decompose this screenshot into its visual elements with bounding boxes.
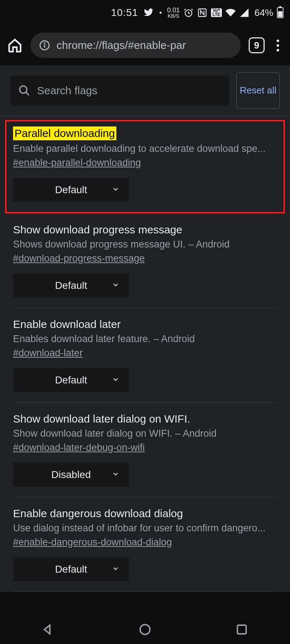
- flag-title: Parallel downloading: [13, 126, 116, 140]
- flag-title: Show download progress message: [13, 224, 277, 236]
- twitter-icon: [144, 8, 154, 18]
- svg-text:x: x: [241, 8, 243, 13]
- tab-switcher-button[interactable]: 9: [249, 37, 265, 53]
- battery-icon: [277, 7, 283, 18]
- alarm-icon: [183, 8, 194, 18]
- overflow-menu-button[interactable]: [273, 40, 283, 51]
- flag-list: Parallel downloadingEnable parallel down…: [0, 120, 290, 592]
- clock: 10:51: [111, 7, 138, 18]
- flag-title: Enable dangerous download dialog: [13, 507, 277, 520]
- volte-icon: VoᴺLTE: [211, 8, 222, 17]
- flag-value-select[interactable]: Default: [13, 368, 129, 392]
- chevron-down-icon: [112, 469, 120, 481]
- flag-title: Show download later dialog on WIFI.: [13, 413, 277, 425]
- flag-description: Enable parallel downloading to accelerat…: [13, 143, 277, 154]
- flag-anchor-link[interactable]: #enable-parallel-downloading: [13, 157, 141, 168]
- search-row: Search flags Reset all: [0, 65, 290, 116]
- nfc-icon: [197, 8, 207, 18]
- svg-line-7: [26, 92, 29, 95]
- flag-title: Enable download later: [13, 318, 277, 331]
- cell-signal-icon: x: [239, 8, 249, 18]
- flag-value-select[interactable]: Default: [13, 274, 129, 298]
- flag-item: Enable dangerous download dialogUse dial…: [13, 497, 277, 592]
- android-status-bar: 10:51 • 0.01 KB/S VoᴺLTE x 64%: [0, 0, 290, 25]
- flag-value-label: Default: [55, 564, 87, 575]
- tab-count: 9: [254, 40, 259, 51]
- flags-page: Search flags Reset all Parallel download…: [0, 65, 290, 592]
- svg-point-8: [140, 625, 150, 635]
- notification-dot-icon: •: [159, 8, 162, 17]
- flag-description: Enables download later feature. – Androi…: [13, 333, 277, 345]
- flag-value-label: Default: [55, 374, 87, 386]
- flag-anchor-link[interactable]: #enable-dangerous-download-dialog: [13, 537, 172, 548]
- browser-toolbar: chrome://flags/#enable-par 9: [0, 25, 290, 65]
- site-info-icon: [39, 40, 50, 51]
- svg-point-6: [20, 86, 27, 93]
- home-button[interactable]: [7, 38, 22, 53]
- android-nav-bar: [0, 615, 290, 644]
- back-button[interactable]: [42, 623, 55, 636]
- svg-point-5: [44, 43, 45, 43]
- flag-item: Show download progress messageShows down…: [13, 213, 277, 308]
- flag-description: Shows download progress message UI. – An…: [13, 239, 277, 250]
- flag-value-select[interactable]: Default: [13, 557, 129, 581]
- flag-value-label: Default: [55, 184, 87, 196]
- flag-item: Enable download laterEnables download la…: [13, 308, 277, 403]
- wifi-icon: [225, 8, 236, 18]
- url-text: chrome://flags/#enable-par: [57, 39, 186, 51]
- chevron-down-icon: [112, 280, 120, 291]
- flag-value-label: Default: [55, 280, 87, 291]
- flag-description: Show download later dialog on WIFI. – An…: [13, 428, 277, 439]
- search-icon: [18, 84, 30, 97]
- chevron-down-icon: [112, 564, 120, 575]
- search-placeholder: Search flags: [37, 84, 98, 97]
- flag-anchor-link[interactable]: #download-later: [13, 348, 83, 358]
- flag-value-select[interactable]: Disabled: [13, 463, 129, 487]
- flag-anchor-link[interactable]: #download-later-debug-on-wifi: [13, 442, 145, 453]
- network-speed: 0.01 KB/S: [167, 7, 180, 18]
- reset-all-button[interactable]: Reset all: [236, 72, 280, 109]
- search-input[interactable]: Search flags: [10, 75, 229, 106]
- svg-rect-9: [237, 625, 246, 634]
- chevron-down-icon: [112, 374, 120, 386]
- chevron-down-icon: [112, 184, 120, 196]
- flag-item: Parallel downloadingEnable parallel down…: [5, 120, 285, 213]
- battery-percent: 64%: [254, 7, 273, 18]
- flag-anchor-link[interactable]: #download-progress-message: [13, 253, 145, 264]
- home-nav-button[interactable]: [138, 623, 152, 636]
- flag-value-label: Disabled: [51, 469, 91, 481]
- flag-value-select[interactable]: Default: [13, 178, 129, 202]
- flag-item: Show download later dialog on WIFI.Show …: [13, 403, 277, 497]
- flag-description: Use dialog instead of infobar for user t…: [13, 523, 277, 534]
- address-bar[interactable]: chrome://flags/#enable-par: [30, 33, 241, 58]
- recents-button[interactable]: [235, 623, 248, 636]
